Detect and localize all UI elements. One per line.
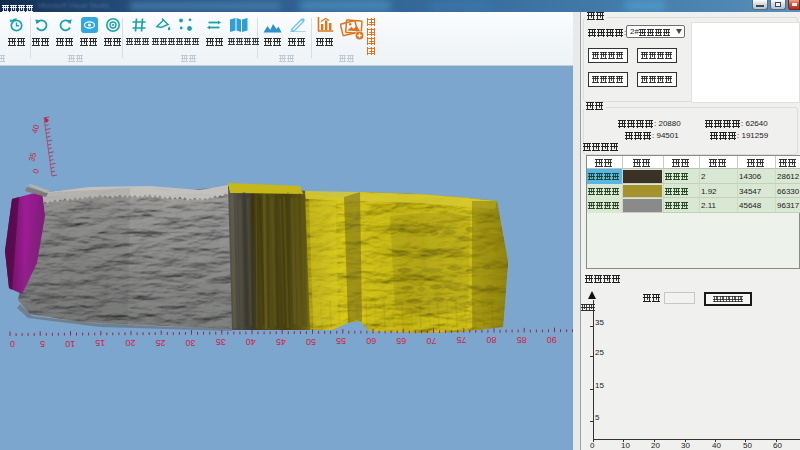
svg-text:50: 50 [306,337,316,347]
svg-text:75: 75 [456,335,466,345]
svg-text:20: 20 [125,338,135,348]
svg-text:60: 60 [366,336,376,346]
svg-text:65: 65 [396,336,406,346]
svg-text:30: 30 [186,338,196,348]
svg-text:40: 40 [246,337,256,347]
svg-text:10: 10 [65,339,75,349]
svg-text:0: 0 [31,167,41,174]
svg-text:80: 80 [487,335,497,345]
svg-text:70: 70 [426,336,436,346]
svg-text:90: 90 [547,335,557,345]
svg-text:35: 35 [27,151,38,162]
svg-text:85: 85 [517,335,527,345]
svg-text:55: 55 [336,336,346,346]
svg-text:45: 45 [276,337,286,347]
svg-text:15: 15 [95,338,105,348]
svg-text:25: 25 [155,338,165,348]
svg-text:35: 35 [216,337,226,347]
svg-text:40: 40 [30,123,41,134]
svg-text:5: 5 [40,339,45,349]
svg-text:0: 0 [10,339,15,349]
